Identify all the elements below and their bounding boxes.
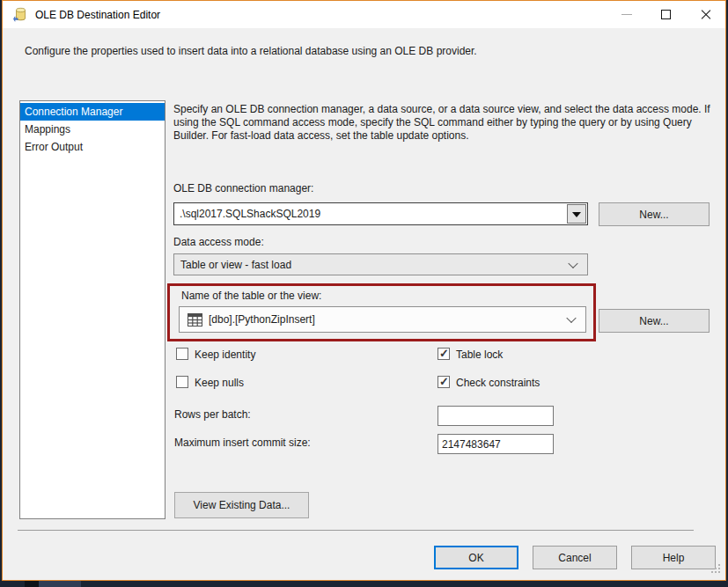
rows-per-batch-label: Rows per batch: (174, 408, 251, 421)
checkbox-icon (176, 348, 188, 360)
new-connection-button[interactable]: New... (599, 202, 710, 226)
ok-button[interactable]: OK (434, 546, 518, 569)
maximize-button[interactable] (646, 1, 686, 28)
data-access-mode-value: Table or view - fast load (180, 259, 291, 271)
help-button[interactable]: Help (631, 546, 716, 569)
maximize-icon (661, 10, 671, 19)
sidebar-item-mappings[interactable]: Mappings (20, 121, 165, 138)
connection-manager-combo[interactable]: .\sql2017.SQLShackSQL2019 (173, 202, 588, 225)
cancel-button[interactable]: Cancel (533, 546, 617, 569)
sidebar-item-connection-manager[interactable]: Connection Manager (20, 103, 165, 121)
page-instructions: Specify an OLE DB connection manager, a … (173, 103, 719, 143)
background-artifact (39, 581, 81, 587)
rows-per-batch-input[interactable] (438, 406, 554, 426)
connection-manager-value: .\sql2017.SQLShackSQL2019 (180, 208, 320, 220)
table-name-value: [dbo].[PythonZipInsert] (209, 313, 315, 326)
table-name-label: Name of the table or the view: (181, 290, 321, 302)
dropdown-arrow-button[interactable] (567, 204, 586, 224)
pages-listbox: Connection Manager Mappings Error Output (19, 100, 165, 519)
data-access-mode-label: Data access mode: (173, 236, 264, 248)
resize-grip[interactable] (711, 564, 721, 574)
window-title: OLE DB Destination Editor (35, 9, 160, 21)
connection-manager-label: OLE DB connection manager: (173, 182, 313, 194)
chevron-down-icon (566, 313, 576, 323)
database-icon (12, 6, 29, 23)
checkbox-icon (438, 348, 450, 360)
max-insert-commit-size-input[interactable] (438, 434, 554, 454)
footer-separator (18, 530, 694, 531)
background-artifact (25, 581, 39, 587)
table-name-combo[interactable]: [dbo].[PythonZipInsert] (179, 306, 586, 333)
chevron-down-icon (568, 258, 577, 268)
dropdown-arrow-icon (572, 212, 581, 217)
data-access-mode-combo[interactable]: Table or view - fast load (173, 253, 588, 275)
table-grid-icon (188, 313, 202, 327)
minimize-icon (621, 14, 632, 15)
new-table-button[interactable]: New... (599, 309, 710, 333)
close-button[interactable] (686, 1, 725, 28)
view-existing-data-button[interactable]: View Existing Data... (174, 492, 309, 518)
checkbox-icon (438, 376, 450, 388)
minimize-button[interactable] (607, 1, 646, 28)
dialog-description: Configure the properties used to insert … (25, 45, 694, 57)
max-insert-commit-size-label: Maximum insert commit size: (174, 437, 311, 449)
checkbox-icon (176, 376, 188, 388)
sidebar-item-error-output[interactable]: Error Output (20, 138, 165, 156)
titlebar: OLE DB Destination Editor (3, 1, 725, 28)
ole-db-destination-editor-dialog: OLE DB Destination Editor Configure the … (2, 0, 726, 581)
